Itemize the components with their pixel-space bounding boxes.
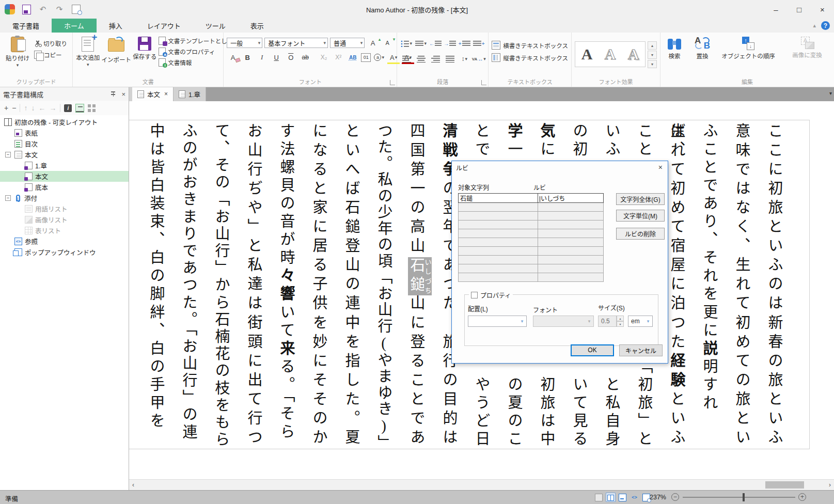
- quick-save-icon[interactable]: [21, 4, 32, 15]
- document-viewport[interactable]: ここに初旅といふのは新春の旅といふ意味ではなく、生れて初めての旅といふことであり…: [129, 101, 834, 479]
- bold-button[interactable]: B: [241, 52, 254, 62]
- expander-icon[interactable]: −: [5, 195, 11, 201]
- target-string-cell[interactable]: [459, 220, 538, 229]
- ruby-table-row[interactable]: [459, 211, 604, 220]
- remove-item-icon[interactable]: −: [12, 104, 16, 112]
- target-string-cell[interactable]: [459, 211, 538, 220]
- strikethrough-button[interactable]: ab: [299, 52, 311, 62]
- ruby-text-cell[interactable]: いしづち: [538, 193, 603, 202]
- horizontal-scrollbar[interactable]: ‹ ›: [129, 479, 834, 490]
- tree-item[interactable]: 本文: [0, 171, 129, 182]
- ribbon-tab[interactable]: ツール: [193, 19, 238, 33]
- gallery-more-icon[interactable]: ▾: [648, 60, 657, 68]
- ruby-text-cell[interactable]: [538, 220, 603, 229]
- ruby-table-row[interactable]: [459, 202, 604, 211]
- scroll-right-icon[interactable]: ›: [826, 480, 834, 490]
- pin-icon[interactable]: [110, 91, 116, 97]
- whole-string-button[interactable]: 文字列全体(G): [616, 193, 665, 205]
- align-right-button[interactable]: [429, 54, 442, 64]
- superscript-button[interactable]: X²: [332, 52, 344, 62]
- size-unit-combo[interactable]: em▾: [628, 316, 653, 327]
- grow-font-button[interactable]: A: [367, 38, 379, 48]
- tree-item[interactable]: −添付: [0, 193, 129, 203]
- tree-item[interactable]: −本文: [0, 149, 129, 160]
- copy-button[interactable]: コピー: [34, 51, 67, 59]
- ruby-button[interactable]: AB: [347, 52, 359, 62]
- justify-button[interactable]: [444, 54, 456, 64]
- help-icon[interactable]: ?: [821, 21, 830, 30]
- target-string-cell[interactable]: [459, 246, 538, 255]
- ribbon-tab[interactable]: 挿入: [97, 19, 135, 33]
- preview-icon[interactable]: [70, 4, 82, 15]
- target-string-cell[interactable]: [459, 202, 538, 211]
- collapse-ribbon-icon[interactable]: ▴: [813, 22, 816, 29]
- per-character-button[interactable]: 文字単位(M): [616, 210, 665, 222]
- target-string-cell[interactable]: [459, 229, 538, 238]
- minimize-button[interactable]: –: [764, 0, 788, 19]
- gallery-down-icon[interactable]: ▾: [648, 51, 657, 59]
- paste-button[interactable]: 貼り付け ▾: [3, 35, 32, 77]
- overline-button[interactable]: O: [285, 52, 297, 62]
- ruby-table[interactable]: 石鎚いしづち: [458, 193, 604, 282]
- add-item-icon[interactable]: +: [4, 104, 8, 112]
- properties-checkbox[interactable]: [471, 292, 478, 298]
- font-size-combo[interactable]: 普通 ▾: [330, 38, 365, 48]
- line-spacing-button[interactable]: ↕▾: [458, 54, 470, 64]
- target-string-cell[interactable]: [459, 255, 538, 264]
- ruby-table-row[interactable]: [459, 273, 604, 281]
- search-button[interactable]: 検索: [664, 35, 685, 77]
- ribbon-tab[interactable]: レイアウト: [135, 19, 193, 33]
- tree-item[interactable]: 用語リスト: [0, 203, 129, 214]
- numbered-list-button[interactable]: ▾: [415, 38, 427, 49]
- ruby-table-row[interactable]: [459, 229, 604, 238]
- source-view-icon[interactable]: <>: [630, 493, 639, 502]
- subscript-button[interactable]: X₂: [318, 52, 330, 62]
- ruby-text-cell[interactable]: [538, 211, 603, 220]
- tree-item[interactable]: 目次: [0, 138, 129, 149]
- ruby-table-row[interactable]: [459, 264, 604, 273]
- close-button[interactable]: ×: [811, 0, 834, 19]
- ruby-dialog[interactable]: ルビ × 対象文字列 ルビ 石鎚いしづち 文字列全体(G) 文字単位(M) ルビ…: [451, 161, 668, 364]
- zoom-out-icon[interactable]: −: [671, 493, 679, 501]
- save-button[interactable]: 保存する: [133, 35, 156, 77]
- target-string-cell[interactable]: [459, 238, 538, 246]
- document-tab[interactable]: 1.章: [174, 87, 206, 101]
- align-left-button[interactable]: [400, 54, 413, 64]
- horizontal-textbox-button[interactable]: 横書きテキストボックス: [492, 41, 568, 50]
- target-string-cell[interactable]: 石鎚: [459, 193, 538, 202]
- ruby-table-row[interactable]: 石鎚いしづち: [459, 193, 604, 202]
- ribbon-tab[interactable]: 表示: [238, 19, 276, 33]
- clear-formatting-button[interactable]: A: [227, 52, 239, 62]
- character-spacing-button[interactable]: VA↔▾: [473, 54, 485, 64]
- tree-item[interactable]: 底本: [0, 182, 129, 193]
- ruby-table-row[interactable]: [459, 255, 604, 264]
- font-family-combo[interactable]: 基本フォント ▾: [264, 38, 328, 48]
- tab-list-icon[interactable]: ▾: [829, 90, 832, 96]
- item-info-icon[interactable]: i: [64, 104, 72, 112]
- vertical-textbox-button[interactable]: 縦書きテキストボックス: [492, 53, 568, 62]
- effect-sample-outline[interactable]: A: [605, 45, 616, 63]
- remove-ruby-button[interactable]: ルビの削除: [616, 228, 665, 240]
- add-body-button[interactable]: 本文追加 ▾: [76, 35, 100, 77]
- increase-indent-button[interactable]: →: [444, 38, 456, 49]
- zoom-slider-handle[interactable]: [743, 493, 745, 501]
- ruby-table-row[interactable]: [459, 238, 604, 246]
- redo-icon[interactable]: ↷: [54, 4, 65, 15]
- page-setup-view-icon[interactable]: [594, 493, 604, 502]
- maximize-button[interactable]: □: [788, 0, 811, 19]
- shrink-font-button[interactable]: A: [381, 38, 394, 48]
- tree-item[interactable]: <>参照: [0, 236, 129, 247]
- line-end-indent-button[interactable]: +: [473, 38, 485, 49]
- ruby-text-cell[interactable]: [538, 255, 603, 264]
- effect-sample-solid[interactable]: A: [581, 45, 593, 63]
- move-down-icon[interactable]: ↓: [31, 104, 35, 112]
- dialog-close-icon[interactable]: ×: [658, 163, 663, 171]
- ruby-table-row[interactable]: [459, 246, 604, 255]
- ribbon-tab[interactable]: 電子書籍: [0, 19, 52, 33]
- expander-icon[interactable]: −: [5, 152, 11, 158]
- cut-button[interactable]: 切り取り: [34, 39, 67, 48]
- ruby-table-row[interactable]: [459, 220, 604, 229]
- replace-button[interactable]: AB 置換: [691, 35, 713, 77]
- list-view-icon[interactable]: [75, 104, 84, 113]
- import-button[interactable]: インポート: [102, 35, 131, 77]
